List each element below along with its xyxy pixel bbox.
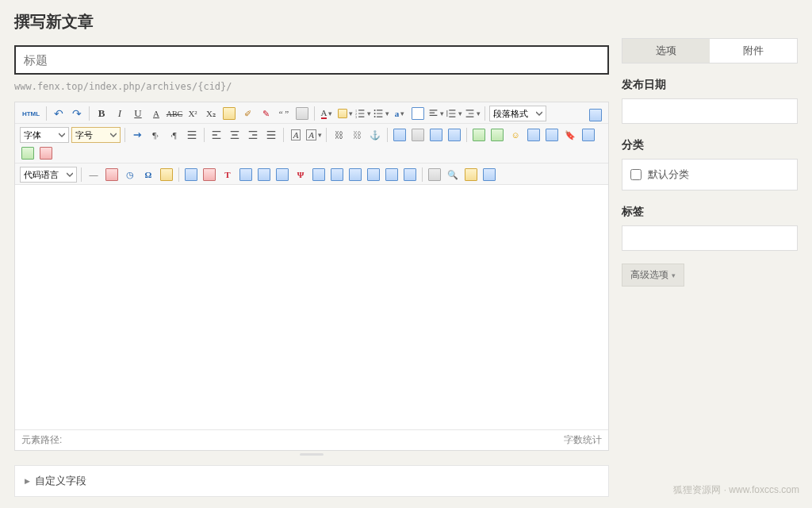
format-brush-button[interactable]: ✎ — [258, 106, 274, 121]
hr-button[interactable]: — — [86, 167, 102, 183]
tags-input[interactable] — [622, 225, 798, 251]
element-path-label: 元素路径: — [21, 433, 62, 447]
unordered-list-button[interactable] — [373, 106, 389, 121]
backcolor-button[interactable] — [337, 106, 353, 121]
publish-date-input[interactable] — [622, 98, 798, 124]
editor-content-area[interactable] — [15, 185, 608, 429]
emoji-button[interactable]: ☺ — [508, 127, 523, 143]
insert-image-button[interactable] — [471, 127, 487, 143]
bold-button[interactable]: B — [94, 106, 109, 121]
image-left-button[interactable] — [392, 127, 408, 143]
lineheight-button[interactable] — [446, 106, 462, 121]
cell-split-button[interactable] — [384, 167, 400, 183]
insert-multiimage-button[interactable] — [489, 127, 505, 143]
align-center-button[interactable] — [227, 127, 243, 143]
row-del-button[interactable] — [329, 167, 345, 183]
paragraph-format-select[interactable]: 段落格式 — [489, 106, 546, 121]
indent-button[interactable] — [465, 106, 481, 121]
date-button[interactable] — [580, 127, 596, 143]
help-button[interactable] — [481, 167, 497, 183]
font-style-button[interactable]: A — [148, 106, 164, 121]
tab-options[interactable]: 选项 — [622, 39, 710, 63]
align-left-button[interactable] — [209, 127, 224, 143]
col-del-button[interactable] — [274, 167, 290, 183]
col-before-button[interactable] — [238, 167, 254, 183]
align-button[interactable] — [428, 106, 444, 121]
cell-merge-button[interactable] — [402, 167, 418, 183]
redo-button[interactable]: ↷ — [69, 106, 85, 121]
rich-editor: HTML ↶ ↷ B I U A ABC X² X₂ ✐ ✎ “ ” A — [14, 102, 609, 451]
undo-button[interactable]: ↶ — [51, 106, 67, 121]
table-button[interactable] — [183, 167, 199, 183]
para-ltr-button[interactable]: ¶› — [147, 127, 163, 143]
category-default-checkbox[interactable] — [630, 169, 642, 180]
tags-section: 标签 — [622, 205, 798, 251]
underline-button[interactable]: U — [130, 106, 146, 121]
omega-button[interactable]: Ω — [140, 167, 156, 183]
anchor-button[interactable]: ⚓ — [367, 127, 383, 143]
time-button[interactable]: ◷ — [122, 167, 138, 183]
preview-button[interactable]: 🔍 — [445, 167, 461, 183]
publish-date-section: 发布日期 — [622, 78, 798, 124]
text-letter-a-button[interactable]: A — [288, 127, 304, 143]
gmap-button[interactable] — [38, 145, 54, 161]
blockquote-button[interactable]: “ ” — [276, 106, 292, 121]
publish-date-label: 发布日期 — [622, 78, 798, 92]
ltr-button[interactable] — [129, 127, 145, 143]
permalink-text: www.fenx.top/index.php/archives/{cid}/ — [14, 81, 609, 92]
custom-fields-panel[interactable]: 自定义字段 — [14, 465, 609, 497]
subscript-button[interactable]: X₂ — [203, 106, 219, 121]
html-source-button[interactable]: HTML — [20, 106, 42, 121]
para-rtl-button[interactable]: ‹¶ — [166, 127, 182, 143]
font-family-select[interactable]: 字体 — [20, 127, 69, 143]
page-button[interactable] — [410, 106, 426, 121]
unlink-button[interactable]: ⛓ — [349, 127, 365, 143]
merge-down-button[interactable] — [366, 167, 381, 183]
case-button[interactable]: a — [392, 106, 408, 121]
tab-attachments[interactable]: 附件 — [710, 39, 797, 63]
category-label: 分类 — [622, 138, 798, 152]
format-paint-button[interactable]: ✐ — [239, 106, 255, 121]
table-del-button[interactable] — [201, 167, 217, 183]
split-button[interactable]: Ψ — [293, 167, 308, 183]
resize-handle[interactable] — [14, 451, 609, 457]
category-default-row[interactable]: 默认分类 — [622, 159, 798, 190]
font-size-select[interactable]: 字号 — [71, 127, 121, 143]
map-button[interactable] — [20, 145, 36, 161]
insert-tag-button[interactable]: 🔖 — [562, 127, 578, 143]
maximize-button[interactable] — [588, 107, 603, 123]
insert-music-button[interactable] — [544, 127, 560, 143]
superscript-button[interactable]: X² — [185, 106, 201, 121]
merge-right-button[interactable] — [347, 167, 363, 183]
advanced-options-button[interactable]: 高级选项 ▾ — [622, 264, 684, 287]
outdent-button[interactable] — [184, 127, 200, 143]
row-after-button[interactable] — [311, 167, 327, 183]
align-justify-button[interactable] — [263, 127, 279, 143]
col-after-button[interactable] — [256, 167, 272, 183]
ordered-list-button[interactable]: 123 — [355, 106, 371, 121]
forecolor-button[interactable]: A — [319, 106, 335, 121]
insert-video-button[interactable] — [526, 127, 542, 143]
align-right-button[interactable] — [245, 127, 261, 143]
post-title-input[interactable] — [14, 45, 609, 75]
spell-button[interactable] — [159, 167, 174, 183]
wordcount-label[interactable]: 字数统计 — [564, 433, 602, 447]
image-right-button[interactable] — [428, 127, 444, 143]
image-center-button[interactable] — [446, 127, 462, 143]
toolbar-row-3: 代码语言 — ◷ Ω T Ψ — [15, 164, 608, 185]
find-button[interactable] — [463, 167, 479, 183]
code-language-select[interactable]: 代码语言 — [20, 167, 77, 183]
clear-format-button[interactable] — [221, 106, 237, 121]
image-none-button[interactable] — [410, 127, 426, 143]
link-button[interactable]: ⛓ — [331, 127, 347, 143]
italic-button[interactable]: I — [112, 106, 128, 121]
paste-button[interactable] — [294, 106, 310, 121]
svg-point-5 — [374, 116, 376, 117]
row-before-button[interactable]: T — [220, 167, 236, 183]
svg-point-4 — [374, 113, 376, 114]
calendar-button[interactable] — [104, 167, 120, 183]
tags-label: 标签 — [622, 205, 798, 219]
print-button[interactable] — [427, 167, 442, 183]
text-letter-adrop-button[interactable]: A — [306, 127, 322, 143]
strikethrough-button[interactable]: ABC — [167, 106, 182, 121]
